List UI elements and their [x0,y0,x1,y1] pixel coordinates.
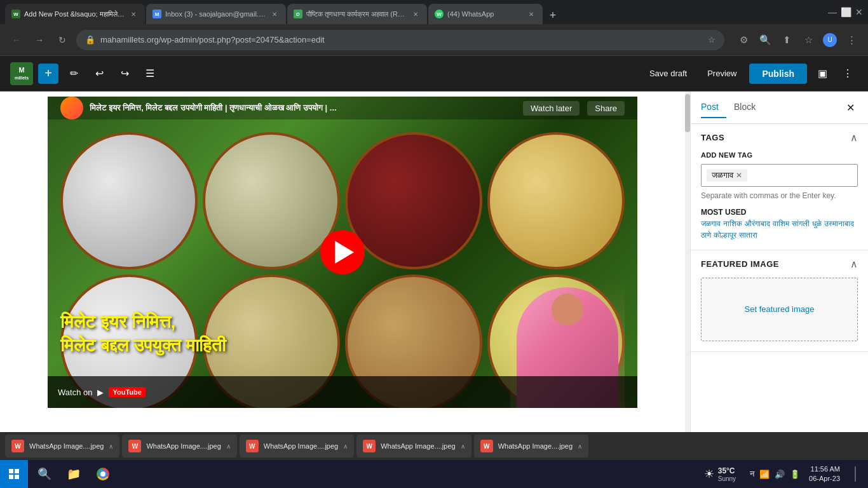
most-used-tags: जळगाव नाशिक औरंगाबाद वाशिम सांगली धुळे उ… [701,219,858,240]
taskbar-chrome[interactable] [89,460,117,488]
back-button[interactable]: ← [8,31,25,49]
tab-post[interactable]: Post [701,97,726,118]
plus-icon: + [44,66,52,81]
tab-block[interactable]: Block [726,97,763,118]
tab-close-gmail[interactable]: ✕ [269,9,280,19]
tab-title-gmail: Inbox (3) - saojalgaon@gmail.co... [165,10,266,18]
svg-rect-3 [15,475,19,479]
video-title-line1: मिलेट इयर निमित्त, [60,311,510,334]
pen-tool-button[interactable]: ✏ [64,64,84,84]
menu-icon[interactable]: ⋮ [843,31,860,49]
list-view-button[interactable]: ☰ [140,64,160,84]
layout-button[interactable]: ▣ [812,64,832,84]
video-embed: मिलेट इयर निमित्त, मिलेट बद्दल उपयोगी मा… [48,97,637,408]
address-bar-row: ← → ↻ 🔒 mahamillets.org/wp-admin/post.ph… [0,24,868,56]
tab-close-whatsapp[interactable]: ✕ [526,9,536,19]
most-used-tag-washim[interactable]: वाशिम [773,219,789,228]
taskbar-search[interactable]: 🔍 [31,460,58,488]
scrollbar-thumb[interactable] [685,94,690,132]
more-options-button[interactable]: ⋮ [837,64,858,84]
download-chevron-2[interactable]: ∧ [226,443,231,450]
system-clock[interactable]: 11:56 AM 06-Apr-23 [804,464,845,484]
download-chevron-3[interactable]: ∧ [343,443,348,450]
share-icon[interactable]: ⬆ [778,31,796,49]
redo-button[interactable]: ↪ [114,64,135,84]
tab-title-whatsapp: (44) WhatsApp [447,10,522,18]
tags-section-header[interactable]: Tags ∧ [691,124,868,151]
extensions-icon[interactable]: ⚙ [735,31,752,49]
bowl-3 [345,132,482,269]
show-desktop-button[interactable] [848,460,863,488]
most-used-tag-nashik[interactable]: नाशिक [723,219,742,228]
play-button[interactable] [320,230,365,274]
preview-button[interactable]: Preview [700,65,744,82]
taskbar: 🔍 📁 ☀ 35°C Sunny न 📶 🔊 🔋 11:56 AM 06-Apr… [0,460,868,488]
reload-button[interactable]: ↻ [53,31,71,49]
sidebar-close-button[interactable]: ✕ [843,100,858,115]
tag-chip-remove[interactable]: ✕ [736,171,742,180]
video-background: मिलेट इयर निमित्त, मिलेट बद्दल उपयोगी मा… [48,97,637,408]
tab-whatsapp[interactable]: W (44) WhatsApp ✕ [428,4,543,24]
most-used-tag-jalgaon[interactable]: जळगाव [701,219,721,228]
watch-on-text: Watch on [58,388,92,397]
play-triangle-icon [335,241,354,264]
start-button[interactable] [0,460,28,488]
star-icon[interactable]: ☆ [708,35,715,44]
content-scrollbar[interactable] [685,92,690,445]
tab-title-doc: पौष्टिक तृणधान्य कार्यक्रम अहवाल (Re... [306,10,407,18]
bowl-4 [487,132,625,269]
download-item-2[interactable]: W WhatsApp Image....jpeg ∧ [122,435,236,458]
video-bottom-bar: Watch on ▶ YouTube [48,376,637,408]
time-display: 11:56 AM [809,464,840,474]
tab-doc[interactable]: D पौष्टिक तृणधान्य कार्यक्रम अहवाल (Re..… [287,4,427,24]
download-chevron-5[interactable]: ∧ [578,443,582,450]
most-used-tag-aurangabad[interactable]: औरंगाबाद [745,219,770,228]
download-chevron-4[interactable]: ∧ [461,443,465,450]
close-icon[interactable]: ✕ [855,7,863,17]
download-name-3: WhatsApp Image....jpeg [264,442,338,450]
tag-input-container[interactable]: जळगाव ✕ [701,164,858,187]
svg-rect-2 [9,475,13,479]
download-item-5[interactable]: W WhatsApp Image....jpeg ∧ [474,435,588,458]
weather-icon: ☀ [704,467,714,481]
tab-wp[interactable]: W Add New Post &lsaquo; महामिलेट... ✕ [5,4,145,24]
publish-button[interactable]: Publish [749,64,807,84]
tab-gmail[interactable]: M Inbox (3) - saojalgaon@gmail.co... ✕ [146,4,286,24]
tab-close-wp[interactable]: ✕ [128,9,139,19]
most-used-tag-thane[interactable]: ठाणे [701,231,711,240]
download-item-1[interactable]: W WhatsApp Image....jpeg ∧ [5,435,119,458]
undo-button[interactable]: ↩ [89,64,109,84]
download-icon-2: W [128,440,141,452]
address-bar[interactable]: 🔒 mahamillets.org/wp-admin/post.php?post… [76,30,724,50]
bookmark-icon[interactable]: ☆ [799,31,817,49]
most-used-tag-dhule[interactable]: धुळे [812,219,822,228]
profile-icon[interactable]: U [821,31,839,49]
tab-favicon-wp: W [11,10,20,18]
taskbar-file-explorer[interactable]: 📁 [60,460,88,488]
most-used-tag-osmanabad[interactable]: उस्मानाबाद [824,219,854,228]
most-used-tag-kolhapur[interactable]: कोल्हापूर [714,231,736,240]
featured-image-header[interactable]: Featured image ∧ [691,250,868,278]
download-item-4[interactable]: W WhatsApp Image....jpeg ∧ [356,435,471,458]
download-item-3[interactable]: W WhatsApp Image....jpeg ∧ [240,435,354,458]
most-used-tag-satara[interactable]: सातारा [739,231,757,240]
set-featured-image-button[interactable]: Set featured image [701,278,858,341]
zoom-icon[interactable]: 🔍 [756,31,774,49]
new-tab-button[interactable]: + [544,6,562,24]
restore-icon[interactable]: ⬜ [841,7,851,17]
forward-button[interactable]: → [31,31,48,49]
lock-icon: 🔒 [85,35,95,44]
add-block-button[interactable]: + [38,64,58,84]
most-used-tag-sangli[interactable]: सांगली [792,219,810,228]
watch-later-button[interactable]: Watch later [523,101,580,116]
tab-close-doc[interactable]: ✕ [410,9,421,19]
save-draft-button[interactable]: Save draft [642,65,695,82]
download-chevron-1[interactable]: ∧ [109,443,113,450]
minimize-icon[interactable]: — [828,7,837,17]
video-text-overlay: मिलेट इयर निमित्त, मिलेट बद्दल उपयुक्त म… [60,311,510,357]
person-head [552,294,583,325]
share-video-button[interactable]: Share [587,101,625,116]
download-name-1: WhatsApp Image....jpeg [29,442,104,450]
taskbar-pinned-icons: 🔍 📁 [28,460,119,488]
tab-favicon-gmail: M [153,10,161,18]
